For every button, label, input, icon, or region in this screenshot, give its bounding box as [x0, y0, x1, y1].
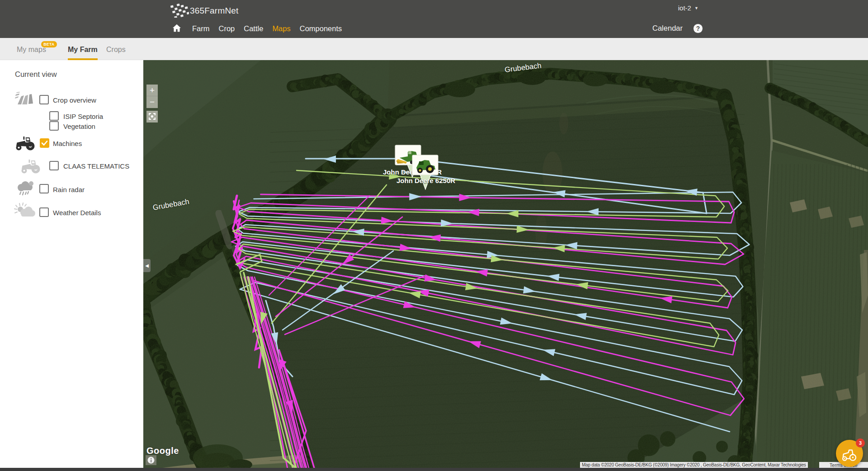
svg-text:John Deere 6250R: John Deere 6250R — [396, 177, 455, 184]
svg-text:?: ? — [696, 25, 700, 32]
